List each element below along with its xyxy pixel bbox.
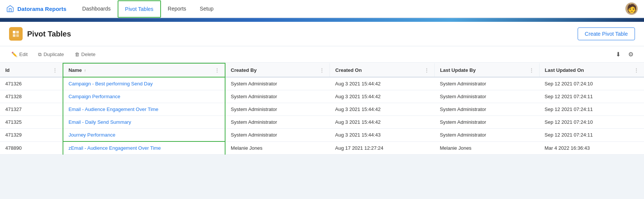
page-header: Pivot Tables Create Pivot Table: [0, 22, 644, 46]
cell-created-by: System Administrator: [225, 77, 330, 90]
sort-icon: ↑: [84, 68, 86, 73]
svg-rect-0: [13, 31, 15, 33]
cell-created-by: System Administrator: [225, 103, 330, 116]
cell-name[interactable]: Journey Performance: [63, 129, 225, 142]
toolbar-right: ⬇ ⚙: [614, 49, 635, 59]
cell-last-update-by: System Administrator: [435, 116, 540, 129]
edit-button[interactable]: ✏️ Edit: [9, 50, 30, 59]
cell-name[interactable]: Email - Daily Send Summary: [63, 116, 225, 129]
table-row: 471326Campaign - Best performing Send Da…: [0, 77, 644, 90]
svg-rect-1: [16, 31, 19, 33]
create-pivot-table-button[interactable]: Create Pivot Table: [578, 27, 635, 40]
duplicate-icon: ⧉: [38, 52, 41, 58]
cell-created-on: Aug 17 2021 12:27:24: [330, 141, 435, 155]
table-row: 478890zEmail - Audience Engagement Over …: [0, 141, 644, 155]
page-title: Pivot Tables: [27, 30, 71, 38]
avatar[interactable]: 🧑: [625, 2, 638, 15]
cell-name[interactable]: Campaign Performance: [63, 90, 225, 103]
cell-created-on: Aug 3 2021 15:44:43: [330, 129, 435, 142]
download-icon[interactable]: ⬇: [614, 49, 622, 59]
brand[interactable]: Datorama Reports: [6, 5, 66, 13]
edit-icon: ✏️: [11, 52, 17, 57]
avatar-image: 🧑: [627, 5, 637, 13]
top-nav: Datorama Reports Dashboards Pivot Tables…: [0, 0, 644, 18]
cell-last-update-by: Melanie Jones: [435, 141, 540, 155]
home-icon: [6, 5, 14, 13]
pivot-tables-table: Id ⋮ Name ↑ ⋮ Created By ⋮: [0, 63, 644, 155]
cell-created-on: Aug 3 2021 15:44:42: [330, 103, 435, 116]
cell-last-update-by: System Administrator: [435, 77, 540, 90]
nav-setup[interactable]: Setup: [193, 0, 221, 18]
col-header-id[interactable]: Id ⋮: [0, 63, 63, 77]
table-wrapper: Id ⋮ Name ↑ ⋮ Created By ⋮: [0, 63, 644, 155]
table-header-row: Id ⋮ Name ↑ ⋮ Created By ⋮: [0, 63, 644, 77]
cell-created-by: Melanie Jones: [225, 141, 330, 155]
col-header-created-on[interactable]: Created On ⋮: [330, 63, 435, 77]
cell-last-updated-on: Sep 12 2021 07:24:10: [539, 116, 644, 129]
col-header-created-by[interactable]: Created By ⋮: [225, 63, 330, 77]
cell-created-on: Aug 3 2021 15:44:42: [330, 90, 435, 103]
col-header-last-update-by[interactable]: Last Update By ⋮: [435, 63, 540, 77]
duplicate-button[interactable]: ⧉ Duplicate: [36, 50, 66, 59]
cell-id: 471327: [0, 103, 63, 116]
cell-last-updated-on: Sep 12 2021 07:24:11: [539, 129, 644, 142]
table-body: 471326Campaign - Best performing Send Da…: [0, 77, 644, 155]
cell-created-by: System Administrator: [225, 129, 330, 142]
cell-name[interactable]: Campaign - Best performing Send Day: [63, 77, 225, 90]
cell-last-updated-on: Sep 12 2021 07:24:11: [539, 103, 644, 116]
nav-items: Dashboards Pivot Tables Reports Setup: [75, 0, 220, 17]
table-row: 471328Campaign PerformanceSystem Adminis…: [0, 90, 644, 103]
table-row: 471329Journey PerformanceSystem Administ…: [0, 129, 644, 142]
cell-last-updated-on: Mar 4 2022 16:36:43: [539, 141, 644, 155]
toolbar: ✏️ Edit ⧉ Duplicate 🗑 Delete ⬇ ⚙: [0, 46, 644, 63]
table-row: 471327Email - Audience Engagement Over T…: [0, 103, 644, 116]
svg-rect-3: [16, 34, 19, 37]
cell-name[interactable]: Email - Audience Engagement Over Time: [63, 103, 225, 116]
cell-id: 471328: [0, 90, 63, 103]
brand-label: Datorama Reports: [17, 6, 66, 12]
nav-reports[interactable]: Reports: [161, 0, 193, 18]
cell-last-updated-on: Sep 12 2021 07:24:11: [539, 90, 644, 103]
cell-created-by: System Administrator: [225, 116, 330, 129]
cell-last-update-by: System Administrator: [435, 103, 540, 116]
col-header-name[interactable]: Name ↑ ⋮: [63, 63, 225, 77]
nav-pivot-tables[interactable]: Pivot Tables: [118, 0, 161, 18]
cell-created-on: Aug 3 2021 15:44:42: [330, 116, 435, 129]
pivot-table-icon: [9, 27, 23, 41]
settings-icon[interactable]: ⚙: [627, 49, 635, 59]
blue-stripe: [0, 18, 644, 22]
svg-rect-2: [13, 34, 15, 37]
cell-last-update-by: System Administrator: [435, 90, 540, 103]
cell-created-on: Aug 3 2021 15:44:42: [330, 77, 435, 90]
cell-last-updated-on: Sep 12 2021 07:24:10: [539, 77, 644, 90]
cell-last-update-by: System Administrator: [435, 129, 540, 142]
delete-icon: 🗑: [75, 52, 80, 57]
cell-id: 471325: [0, 116, 63, 129]
cell-id: 471329: [0, 129, 63, 142]
delete-button[interactable]: 🗑 Delete: [72, 50, 98, 59]
page-title-group: Pivot Tables: [9, 27, 71, 41]
cell-id: 471326: [0, 77, 63, 90]
cell-id: 478890: [0, 141, 63, 155]
cell-name[interactable]: zEmail - Audience Engagement Over Time: [63, 141, 225, 155]
table-row: 471325Email - Daily Send SummarySystem A…: [0, 116, 644, 129]
nav-dashboards[interactable]: Dashboards: [75, 0, 118, 18]
col-header-last-updated-on[interactable]: Last Updated On ⋮: [539, 63, 644, 77]
cell-created-by: System Administrator: [225, 90, 330, 103]
